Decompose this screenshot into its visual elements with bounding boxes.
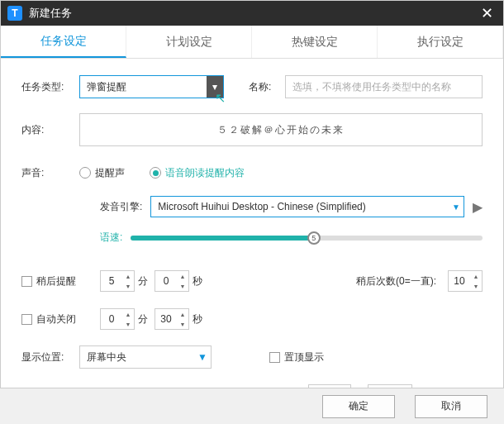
spin-down-icon[interactable]: ▼ (470, 281, 482, 291)
autoclose-min-spinner[interactable]: 0 ▲▼ (100, 308, 135, 330)
spin-up-icon[interactable]: ▲ (122, 271, 134, 281)
spin-up-icon[interactable]: ▲ (470, 271, 482, 281)
autoclose-checkbox[interactable]: 自动关闭 (21, 312, 100, 326)
autoclose-min-value: 0 (101, 313, 122, 325)
tab-execute[interactable]: 执行设定 (378, 26, 503, 58)
chevron-down-icon[interactable]: ▾ (207, 76, 223, 98)
chevron-down-icon[interactable]: ▼ (194, 346, 211, 368)
position-label: 显示位置: (21, 350, 79, 364)
delay-check-label: 稍后提醒 (36, 274, 76, 288)
spin-up-icon[interactable]: ▲ (177, 271, 188, 281)
checkbox-box (21, 314, 32, 325)
delay-min-spinner[interactable]: 5 ▲▼ (100, 270, 135, 292)
position-value: 屏幕中央 (87, 350, 126, 364)
play-icon[interactable]: ▶ (473, 199, 483, 215)
radio-beep-label: 提醒声 (95, 166, 125, 180)
name-placeholder: 选填，不填将使用任务类型中的名称 (292, 80, 451, 94)
content-value: ５２破解＠心开始の未来 (217, 123, 345, 137)
delay-checkbox[interactable]: 稍后提醒 (21, 274, 100, 288)
ontop-checkbox[interactable]: 置顶显示 (269, 350, 324, 364)
engine-value: Microsoft Huihui Desktop - Chinese (Simp… (158, 201, 365, 212)
speed-label: 语速: (100, 231, 122, 245)
autoclose-check-label: 自动关闭 (36, 312, 76, 326)
tab-task[interactable]: 任务设定 (1, 26, 126, 58)
task-type-combo[interactable]: 弹窗提醒 ▾ ↖ (79, 75, 224, 98)
spin-down-icon[interactable]: ▼ (177, 319, 188, 329)
delay-count-label: 稍后次数(0=一直): (356, 274, 436, 288)
sec-unit: 秒 (193, 274, 202, 288)
checkbox-box (269, 352, 280, 363)
radio-dot (79, 167, 91, 179)
ontop-label: 置顶显示 (284, 350, 324, 364)
radio-tts-label: 语音朗读提醒内容 (165, 166, 245, 180)
content-input[interactable]: ５２破解＠心开始の未来 (79, 113, 483, 146)
spin-down-icon[interactable]: ▼ (122, 281, 134, 291)
sec-unit: 秒 (193, 312, 202, 326)
radio-beep[interactable]: 提醒声 (79, 166, 125, 180)
cancel-button[interactable]: 取消 (415, 395, 487, 418)
tab-bar: 任务设定 计划设定 热键设定 执行设定 (1, 26, 503, 59)
delay-sec-value: 0 (155, 275, 177, 287)
position-combo[interactable]: 屏幕中央 ▼ (79, 345, 212, 369)
engine-label: 发音引擎: (100, 200, 142, 214)
close-icon[interactable]: ✕ (478, 4, 497, 22)
task-type-label: 任务类型: (21, 80, 79, 94)
delay-count-spinner[interactable]: 10 ▲▼ (448, 270, 483, 292)
slider-thumb[interactable]: 5 (307, 231, 321, 245)
task-type-value: 弹窗提醒 (87, 80, 126, 94)
name-label: 名称: (249, 80, 285, 94)
spin-up-icon[interactable]: ▲ (177, 309, 188, 319)
radio-tts[interactable]: 语音朗读提醒内容 (150, 166, 245, 180)
spin-down-icon[interactable]: ▼ (122, 319, 134, 329)
min-unit: 分 (138, 274, 148, 288)
checkbox-box (21, 276, 32, 287)
content-label: 内容: (21, 123, 79, 137)
spin-up-icon[interactable]: ▲ (122, 309, 134, 319)
delay-count-value: 10 (449, 275, 470, 287)
chevron-down-icon[interactable]: ▼ (452, 202, 460, 212)
name-input[interactable]: 选填，不填将使用任务类型中的名称 (285, 75, 483, 98)
tab-schedule[interactable]: 计划设定 (126, 26, 252, 58)
delay-sec-spinner[interactable]: 0 ▲▼ (155, 270, 189, 292)
app-logo: T (7, 6, 22, 21)
speed-slider[interactable]: 5 (131, 236, 483, 241)
ok-button[interactable]: 确定 (322, 395, 395, 418)
delay-min-value: 5 (101, 275, 122, 287)
slider-fill (131, 236, 313, 241)
radio-dot (150, 167, 161, 179)
sound-label: 声音: (21, 166, 79, 180)
min-unit: 分 (138, 312, 148, 326)
tab-hotkey[interactable]: 热键设定 (252, 26, 378, 58)
engine-combo[interactable]: Microsoft Huihui Desktop - Chinese (Simp… (150, 196, 464, 217)
autoclose-sec-value: 30 (155, 313, 177, 325)
autoclose-sec-spinner[interactable]: 30 ▲▼ (155, 308, 189, 330)
spin-down-icon[interactable]: ▼ (177, 281, 188, 291)
window-title: 新建任务 (29, 6, 478, 21)
